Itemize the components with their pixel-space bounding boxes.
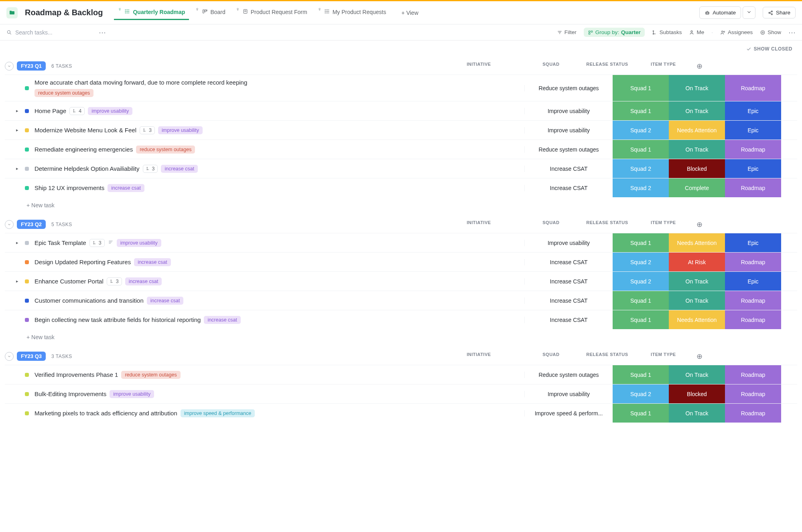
subtask-count-pill[interactable]: 3: [89, 239, 105, 247]
cell-initiative[interactable]: Improve usability: [524, 108, 613, 114]
add-view-button[interactable]: + View: [397, 6, 422, 19]
cell-release-status[interactable]: On Track: [669, 272, 725, 291]
status-square-icon[interactable]: [25, 260, 29, 264]
tag-pill[interactable]: improve usability: [110, 390, 154, 398]
cell-initiative[interactable]: Increase CSAT: [524, 259, 613, 265]
cell-initiative[interactable]: Reduce system outages: [524, 146, 613, 153]
status-square-icon[interactable]: [25, 373, 29, 377]
folder-icon[interactable]: [6, 7, 18, 18]
col-header-squad[interactable]: SQUAD: [523, 62, 579, 71]
cell-item-type[interactable]: Roadmap: [725, 310, 781, 329]
cell-release-status[interactable]: On Track: [669, 140, 725, 159]
cell-initiative[interactable]: Increase CSAT: [524, 317, 613, 323]
status-square-icon[interactable]: [25, 86, 29, 90]
new-task-button[interactable]: + New task: [5, 329, 797, 340]
cell-release-status[interactable]: On Track: [669, 75, 725, 101]
cell-initiative[interactable]: Increase CSAT: [524, 297, 613, 304]
cell-squad[interactable]: Squad 1: [613, 75, 669, 101]
collapse-group-button[interactable]: [5, 352, 14, 361]
task-row[interactable]: ▸Home Page4improve usabilityImprove usab…: [5, 101, 797, 120]
cell-item-type[interactable]: Epic: [725, 101, 781, 120]
subtasks-button[interactable]: Subtasks: [652, 29, 682, 35]
collapse-group-button[interactable]: [5, 62, 14, 71]
cell-item-type[interactable]: Epic: [725, 233, 781, 252]
cell-item-type[interactable]: Epic: [725, 159, 781, 178]
tag-pill[interactable]: reduce system outages: [121, 371, 180, 379]
tag-pill[interactable]: increase csat: [161, 165, 198, 173]
tag-pill[interactable]: increase csat: [204, 316, 241, 324]
task-row[interactable]: Begin collecting new task attribute fiel…: [5, 310, 797, 329]
tag-pill[interactable]: improve usability: [117, 239, 161, 247]
expand-toggle[interactable]: ▸: [14, 166, 21, 171]
status-square-icon[interactable]: [25, 299, 29, 303]
group-badge[interactable]: FY23 Q2: [17, 220, 46, 229]
cell-item-type[interactable]: Roadmap: [725, 291, 781, 310]
cell-squad[interactable]: Squad 2: [613, 121, 669, 140]
show-button[interactable]: Show: [760, 29, 781, 35]
col-header-initiative[interactable]: INITIATIVE: [435, 220, 523, 229]
cell-release-status[interactable]: Blocked: [669, 159, 725, 178]
add-column-button[interactable]: ⊕: [691, 62, 707, 71]
subtask-count-pill[interactable]: 3: [107, 277, 122, 285]
cell-initiative[interactable]: Improve usability: [524, 240, 613, 246]
cell-release-status[interactable]: Needs Attention: [669, 121, 725, 140]
task-row[interactable]: ▸Enhance Customer Portal3increase csatIn…: [5, 271, 797, 291]
cell-initiative[interactable]: Improve usability: [524, 127, 613, 134]
task-row[interactable]: Customer communications and transitionin…: [5, 291, 797, 310]
show-closed-button[interactable]: SHOW CLOSED: [0, 40, 802, 54]
col-header-initiative[interactable]: INITIATIVE: [435, 352, 523, 361]
task-row[interactable]: ▸Epic Task Template3improve usabilityImp…: [5, 233, 797, 252]
tag-pill[interactable]: reduce system outages: [136, 146, 195, 154]
cell-squad[interactable]: Squad 1: [613, 101, 669, 120]
tab-product-request-form[interactable]: Product Request Form: [232, 5, 311, 20]
cell-release-status[interactable]: On Track: [669, 291, 725, 310]
status-square-icon[interactable]: [25, 241, 29, 245]
col-header-release-status[interactable]: RELEASE STATUS: [579, 352, 635, 361]
cell-item-type[interactable]: Roadmap: [725, 384, 781, 403]
task-row[interactable]: More accurate chart data moving forward,…: [5, 75, 797, 101]
group-badge[interactable]: FY23 Q3: [17, 352, 46, 361]
search-input[interactable]: [15, 29, 95, 36]
cell-squad[interactable]: Squad 2: [613, 253, 669, 271]
col-header-release-status[interactable]: RELEASE STATUS: [579, 62, 635, 71]
cell-initiative[interactable]: Increase CSAT: [524, 166, 613, 172]
add-column-button[interactable]: ⊕: [691, 352, 707, 361]
tab-board[interactable]: Board: [191, 5, 229, 20]
subtask-count-pill[interactable]: 3: [140, 126, 155, 134]
cell-item-type[interactable]: Roadmap: [725, 365, 781, 384]
status-square-icon[interactable]: [25, 186, 29, 190]
col-header-release-status[interactable]: RELEASE STATUS: [579, 220, 635, 229]
cell-squad[interactable]: Squad 1: [613, 310, 669, 329]
cell-squad[interactable]: Squad 2: [613, 384, 669, 403]
cell-release-status[interactable]: On Track: [669, 101, 725, 120]
status-square-icon[interactable]: [25, 279, 29, 283]
cell-item-type[interactable]: Epic: [725, 121, 781, 140]
cell-squad[interactable]: Squad 1: [613, 233, 669, 252]
tag-pill[interactable]: increase csat: [125, 277, 162, 285]
task-row[interactable]: Remediate engineering emergenciesreduce …: [5, 140, 797, 159]
collapse-group-button[interactable]: [5, 220, 14, 229]
group-badge[interactable]: FY23 Q1: [17, 61, 46, 71]
expand-toggle[interactable]: ▸: [14, 240, 21, 245]
cell-initiative[interactable]: Improve speed & perform...: [524, 410, 613, 417]
task-row[interactable]: Design Updated Reporting Featuresincreas…: [5, 252, 797, 271]
expand-toggle[interactable]: ▸: [14, 108, 21, 113]
tag-pill[interactable]: improve usability: [88, 107, 132, 115]
status-square-icon[interactable]: [25, 392, 29, 396]
status-square-icon[interactable]: [25, 411, 29, 415]
cell-release-status[interactable]: Complete: [669, 178, 725, 197]
cell-squad[interactable]: Squad 1: [613, 365, 669, 384]
share-button[interactable]: Share: [763, 7, 796, 18]
subtask-count-pill[interactable]: 3: [143, 165, 158, 173]
cell-initiative[interactable]: Increase CSAT: [524, 185, 613, 191]
status-square-icon[interactable]: [25, 148, 29, 152]
cell-release-status[interactable]: Needs Attention: [669, 310, 725, 329]
task-row[interactable]: Marketing pixels to track ads efficiency…: [5, 403, 797, 423]
task-row[interactable]: Bulk-Editing Improvementsimprove usabili…: [5, 384, 797, 403]
cell-release-status[interactable]: At Risk: [669, 253, 725, 271]
cell-item-type[interactable]: Epic: [725, 272, 781, 291]
status-square-icon[interactable]: [25, 128, 29, 132]
task-row[interactable]: Ship 12 UX improvementsincrease csatIncr…: [5, 178, 797, 197]
cell-item-type[interactable]: Roadmap: [725, 404, 781, 423]
cell-item-type[interactable]: Roadmap: [725, 178, 781, 197]
